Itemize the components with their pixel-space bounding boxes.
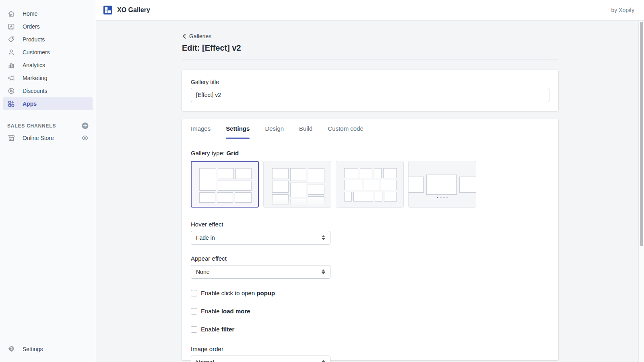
tab-settings[interactable]: Settings [226,119,250,139]
breadcrumb-label: Galleries [189,33,211,39]
sidebar-item-label: Customers [23,49,50,56]
gallery-title-card: Gallery title [182,70,558,111]
sidebar-item-discounts[interactable]: Discounts [3,84,93,97]
select-caret-icon [322,360,325,362]
page-title: Edit: [Effect] v2 [182,43,558,53]
orders-icon [7,23,15,31]
sales-channels-label: SALES CHANNELS [7,123,56,129]
gallery-type-value: Grid [226,150,239,156]
breadcrumb[interactable]: Galleries [182,33,211,39]
image-order-select[interactable]: Normal [191,356,330,362]
gallery-title-input[interactable] [191,88,549,102]
sidebar-item-label: Online Store [23,135,54,141]
appear-effect-label: Appear effect [191,255,549,262]
vertical-scrollbar[interactable] [638,21,644,362]
back-chevron-icon [182,33,186,39]
sidebar-item-label: Home [23,10,37,17]
tab-build[interactable]: Build [299,119,312,139]
sidebar-item-apps[interactable]: Apps [3,97,93,110]
sidebar-item-online-store[interactable]: Online Store [3,132,93,144]
slider-dots-indicator [409,197,476,198]
storefront-icon [7,134,15,142]
enable-load-more-checkbox-row[interactable]: Enable load more [191,308,250,315]
gallery-type-label: Gallery type: [191,150,226,156]
page-content: Galleries Edit: [Effect] v2 Gallery titl… [96,21,644,362]
sidebar-item-label: Marketing [23,75,47,81]
enable-filter-checkbox-row[interactable]: Enable filter [191,326,234,333]
add-sales-channel-button[interactable] [82,122,89,129]
view-online-store-button[interactable] [81,134,89,142]
enable-filter-checkbox[interactable] [191,326,197,333]
enable-load-more-checkbox[interactable] [191,308,197,315]
select-caret-icon [322,269,325,274]
app-header: XO Gallery by Xopify [96,0,644,21]
hover-effect-label: Hover effect [191,221,549,228]
enable-filter-label: Enable filter [201,326,234,333]
plus-circle-icon [82,122,89,129]
enable-popup-checkbox[interactable] [191,290,197,296]
gallery-type-options [191,161,549,208]
tab-design[interactable]: Design [265,119,284,139]
products-icon [7,35,15,43]
hover-effect-value: Fade in [196,234,215,241]
enable-load-more-label: Enable load more [201,308,250,315]
sidebar-item-analytics[interactable]: Analytics [3,59,93,72]
sidebar-item-label: Products [23,36,45,43]
sidebar-item-home[interactable]: Home [3,7,93,20]
sidebar-item-label: Analytics [23,62,45,68]
sidebar: Home Orders Products Customers Analytics [0,0,96,362]
sidebar-item-label: Apps [23,101,37,107]
settings-panel: Gallery type: Grid [182,139,558,362]
enable-popup-label: Enable click to open popup [201,290,275,296]
gallery-type-line: Gallery type: Grid [191,150,549,156]
sidebar-item-label: Orders [23,23,40,30]
gallery-type-masonry-option[interactable] [263,161,331,208]
gallery-type-justified-option[interactable] [336,161,404,208]
gallery-title-label: Gallery title [191,79,549,85]
sidebar-item-marketing[interactable]: Marketing [3,72,93,84]
app-title: XO Gallery [117,6,150,14]
sidebar-item-settings[interactable]: Settings [3,343,93,356]
title-divider [182,60,558,60]
gallery-type-slider-option[interactable] [408,161,476,208]
tab-custom-code[interactable]: Custom code [328,119,363,139]
xo-gallery-app-icon [103,6,112,14]
app-byline: by Xopify [611,7,634,13]
gallery-settings-card: Images Settings Design Build Custom code… [182,119,558,360]
main-area: XO Gallery by Xopify Galleries Edit: [Ef… [96,0,644,362]
select-caret-icon [322,235,325,240]
analytics-icon [7,61,15,69]
sidebar-item-orders[interactable]: Orders [3,20,93,33]
apps-icon [7,100,15,108]
hover-effect-select[interactable]: Fade in [191,231,330,245]
customers-icon [7,48,15,56]
enable-popup-checkbox-row[interactable]: Enable click to open popup [191,290,275,296]
marketing-icon [7,74,15,82]
gear-icon [7,345,15,353]
scrollbar-thumb[interactable] [640,22,643,246]
home-icon [7,10,15,18]
discounts-icon [7,87,15,95]
gallery-type-grid-option[interactable] [191,161,259,208]
eye-icon [81,134,89,142]
image-order-value: Normal [196,359,214,362]
sidebar-item-label: Settings [23,346,43,352]
app-window: Home Orders Products Customers Analytics [0,0,644,362]
tab-bar: Images Settings Design Build Custom code [182,119,558,139]
appear-effect-select[interactable]: None [191,265,330,279]
sidebar-item-customers[interactable]: Customers [3,46,93,59]
image-order-label: Image order [191,346,549,352]
sales-channels-header: SALES CHANNELS [3,122,93,129]
tab-images[interactable]: Images [191,119,211,139]
appear-effect-value: None [196,269,209,275]
sidebar-item-products[interactable]: Products [3,33,93,46]
sidebar-item-label: Discounts [23,88,47,94]
